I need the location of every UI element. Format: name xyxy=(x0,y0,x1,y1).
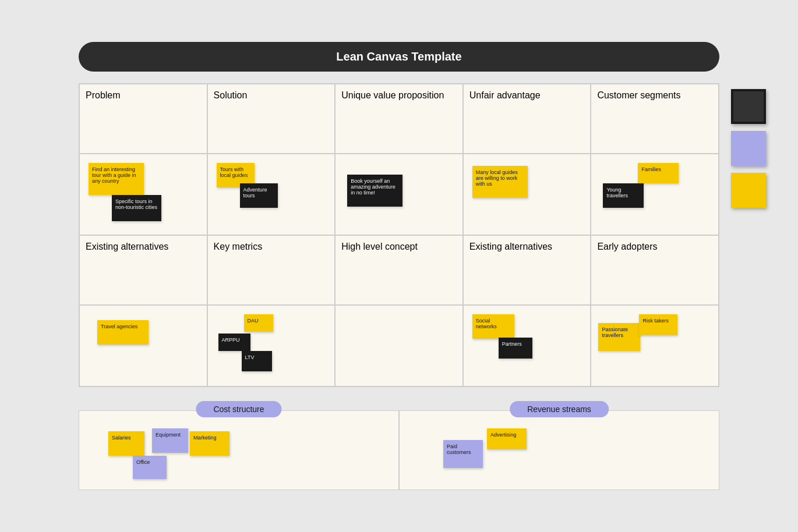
cell-customer-bottom: Passionate travellers Risk takers xyxy=(591,305,719,386)
header-customer: Customer segments xyxy=(591,84,719,154)
note-risk-takers[interactable]: Risk takers xyxy=(639,314,677,335)
bottom-sections: Cost structure Salaries Equipment Market… xyxy=(79,410,719,490)
note-travel-agencies[interactable]: Travel agencies xyxy=(97,320,149,345)
header-uvp: Unique value proposition xyxy=(335,84,463,154)
header-solution: Solution xyxy=(207,84,336,154)
note-marketing[interactable]: Marketing xyxy=(190,431,229,456)
note-paid-customers[interactable]: Paid customers xyxy=(443,440,483,468)
subheader-uvp: High level concept xyxy=(335,235,463,305)
note-unfair-1[interactable]: Many local guides are willing to work wi… xyxy=(472,166,528,198)
note-office[interactable]: Office xyxy=(133,456,167,479)
cell-solution-top: Tours with local guides Adventure tours xyxy=(207,154,336,235)
note-salaries[interactable]: Salaries xyxy=(108,431,144,456)
note-passionate-travellers[interactable]: Passionate travellers xyxy=(598,323,640,351)
subheader-problem: Existing alternatives xyxy=(79,235,207,305)
note-problem-2[interactable]: Specific tours in non-touristic cities xyxy=(112,195,161,221)
subheader-customer: Early adopters xyxy=(591,235,719,305)
cell-uvp-top: Book yourself an amazing adventure in no… xyxy=(335,154,463,235)
note-advertising[interactable]: Advertising xyxy=(487,428,527,449)
cell-uvp-bottom xyxy=(335,305,463,386)
note-equipment[interactable]: Equipment xyxy=(152,428,188,453)
revenue-streams-section: Revenue streams Paid customers Advertisi… xyxy=(399,410,719,490)
canvas-wrapper: Lean Canvas Template Problem Solution Un… xyxy=(79,42,719,490)
note-social-networks[interactable]: Social networks xyxy=(472,314,514,339)
note-uvp-1[interactable]: Book yourself an amazing adventure in no… xyxy=(347,175,402,207)
cost-structure-label: Cost structure xyxy=(196,401,281,417)
cell-problem-top: Find an interesting tour with a guide in… xyxy=(79,154,207,235)
note-problem-1[interactable]: Find an interesting tour with a guide in… xyxy=(89,163,144,195)
page-title: Lean Canvas Template xyxy=(102,50,696,63)
cell-customer-top: Families Young travellers xyxy=(591,154,719,235)
cell-solution-bottom: ARPPU DAU LTV xyxy=(207,305,336,386)
note-partners[interactable]: Partners xyxy=(499,338,532,359)
note-ltv[interactable]: LTV xyxy=(242,351,272,371)
cost-structure-section: Cost structure Salaries Equipment Market… xyxy=(79,410,399,490)
subheader-solution: Key metrics xyxy=(207,235,336,305)
sidebar-note-purple[interactable] xyxy=(731,131,766,166)
header-problem: Problem xyxy=(79,84,207,154)
note-solution-2[interactable]: Adventure tours xyxy=(240,183,278,208)
cell-problem-bottom: Travel agencies xyxy=(79,305,207,386)
header-unfair: Unfair advantage xyxy=(463,84,591,154)
note-dau[interactable]: DAU xyxy=(244,314,273,332)
main-grid: Problem Solution Unique value propositio… xyxy=(79,83,719,387)
subheader-unfair: Existing alternatives xyxy=(463,235,591,305)
cell-unfair-bottom: Social networks Partners xyxy=(463,305,591,386)
note-customer-1[interactable]: Families xyxy=(638,163,679,183)
cell-unfair-top: Many local guides are willing to work wi… xyxy=(463,154,591,235)
note-arppu[interactable]: ARPPU xyxy=(218,334,250,351)
sidebar-note-black[interactable] xyxy=(731,89,766,124)
revenue-streams-label: Revenue streams xyxy=(510,401,609,417)
title-bar: Lean Canvas Template xyxy=(79,42,719,72)
note-customer-2[interactable]: Young travellers xyxy=(603,183,644,208)
sidebar-notes xyxy=(731,89,766,208)
sidebar-note-yellow[interactable] xyxy=(731,173,766,208)
